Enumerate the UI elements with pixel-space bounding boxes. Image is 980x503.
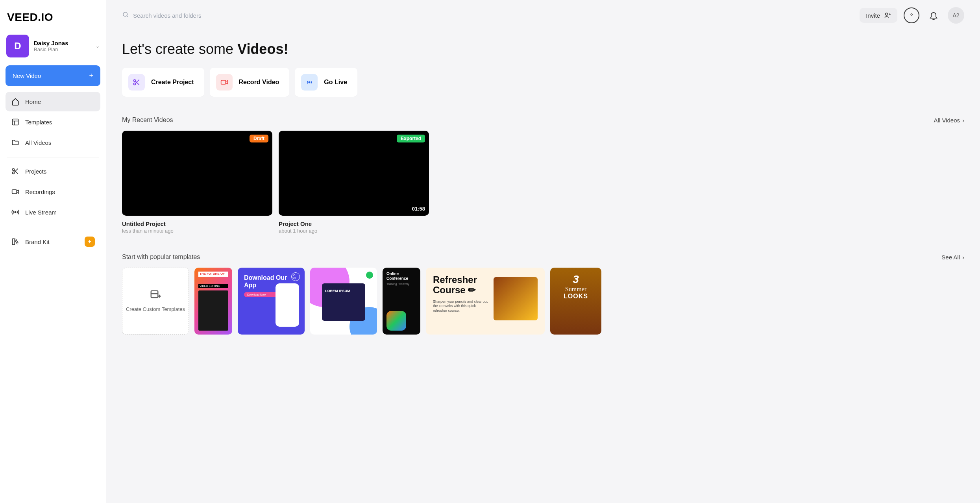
video-title: Untitled Project (122, 220, 272, 227)
notifications-button[interactable] (926, 7, 941, 23)
sidebar-item-brand-kit[interactable]: Brand Kit (6, 231, 100, 252)
bolt-icon (85, 237, 95, 247)
invite-button[interactable]: Invite (860, 8, 897, 23)
chevron-right-icon: › (962, 254, 964, 261)
spotify-icon (366, 272, 373, 279)
action-label: Go Live (324, 79, 347, 86)
question-icon (908, 12, 915, 18)
video-thumbnail: Exported 01:58 (279, 131, 429, 216)
recent-title: My Recent Videos (122, 117, 173, 124)
template-word: Summer (565, 286, 586, 293)
user-menu-avatar[interactable]: A2 (948, 7, 964, 24)
user-avatar: D (6, 35, 29, 57)
template-text: VIDEO EDITING (198, 284, 228, 288)
sidebar-item-home[interactable]: Home (6, 92, 100, 111)
recent-header: My Recent Videos All Videos › (122, 117, 964, 124)
template-word: LOOKS (564, 293, 588, 300)
sidebar-item-live-stream[interactable]: Live Stream (6, 202, 100, 222)
sidebar-item-all-videos[interactable]: All Videos (6, 133, 100, 152)
svg-rect-5 (13, 239, 15, 245)
svg-point-1 (13, 168, 15, 170)
brand-icon (11, 237, 20, 246)
chevron-down-icon: ⌄ (96, 43, 100, 49)
svg-point-11 (309, 81, 310, 83)
main-content: Invite A2 Let's create some Videos! Crea… (106, 0, 980, 503)
chevron-right-icon: › (962, 117, 964, 124)
decoration (386, 311, 406, 331)
nav-label: Live Stream (25, 209, 57, 216)
bell-icon (929, 11, 938, 20)
template-text-block: Refresher Course ✏ Sharpen your pencils … (433, 275, 488, 327)
record-video-card[interactable]: Record Video (210, 68, 290, 97)
template-card[interactable]: 3 Summer LOOKS (550, 268, 601, 335)
status-badge: Draft (250, 135, 268, 142)
svg-rect-3 (12, 190, 17, 194)
template-card[interactable]: Refresher Course ✏ Sharpen your pencils … (426, 268, 545, 335)
camera-icon (11, 187, 20, 196)
template-card[interactable]: LOREM IPSUM (310, 268, 377, 335)
video-card[interactable]: Exported 01:58 Project One about 1 hour … (279, 131, 429, 234)
nav-label: Projects (25, 168, 46, 175)
template-card[interactable]: THE FUTURE OF VIDEO EDITING (194, 268, 232, 335)
template-image (198, 290, 228, 331)
see-all-link[interactable]: See All › (941, 254, 964, 261)
video-card[interactable]: Draft Untitled Project less than a minut… (122, 131, 272, 234)
hero-bold: Videos! (237, 41, 288, 57)
template-subtitle: Thinking Positively (386, 283, 416, 285)
action-cards: Create Project Record Video Go Live (122, 68, 964, 97)
template-card[interactable]: Online Conference Thinking Positively (383, 268, 420, 335)
go-live-card[interactable]: Go Live (295, 68, 357, 97)
broadcast-icon (301, 74, 318, 91)
nav-label: Brand Kit (25, 239, 50, 245)
create-custom-template[interactable]: Create Custom Templates (122, 268, 189, 335)
topbar: Invite A2 (106, 0, 980, 29)
templates-row: Create Custom Templates THE FUTURE OF VI… (122, 268, 964, 335)
video-title: Project One (279, 220, 429, 227)
scissors-icon (128, 74, 145, 91)
all-videos-link[interactable]: All Videos › (934, 117, 964, 124)
logo-icon: LO GO (291, 272, 300, 281)
invite-label: Invite (866, 12, 880, 19)
phone-graphic (276, 283, 299, 327)
templates-title: Start with popular templates (122, 253, 200, 261)
custom-template-label: Create Custom Templates (126, 306, 185, 313)
svg-point-8 (134, 80, 136, 81)
svg-rect-0 (13, 119, 18, 125)
recent-videos-row: Draft Untitled Project less than a minut… (122, 131, 964, 234)
search-input[interactable] (133, 12, 290, 19)
logo[interactable]: VEED.IO (6, 8, 100, 33)
template-card[interactable]: LO GO Download Our App Download Now (238, 268, 305, 335)
user-plan: Basic Plan (34, 46, 68, 52)
video-meta: about 1 hour ago (279, 228, 429, 234)
action-label: Record Video (239, 79, 279, 86)
template-title: Online Conference (386, 272, 416, 281)
workspace-selector[interactable]: D Daisy Jonas Basic Plan ⌄ (6, 33, 100, 65)
sidebar: VEED.IO D Daisy Jonas Basic Plan ⌄ New V… (0, 0, 106, 503)
camera-icon (216, 74, 233, 91)
action-label: Create Project (151, 79, 194, 86)
search-icon (122, 11, 129, 20)
divider (7, 227, 99, 227)
template-add-icon (150, 289, 161, 301)
all-videos-label: All Videos (934, 117, 960, 124)
sidebar-item-templates[interactable]: Templates (6, 112, 100, 132)
user-info: Daisy Jonas Basic Plan (34, 40, 68, 52)
create-project-card[interactable]: Create Project (122, 68, 204, 97)
sidebar-item-recordings[interactable]: Recordings (6, 182, 100, 202)
folder-icon (11, 138, 20, 147)
svg-point-6 (123, 12, 128, 17)
new-video-button[interactable]: New Video + (6, 65, 100, 86)
page-title: Let's create some Videos! (122, 41, 964, 57)
template-text: LOREM IPSUM (325, 289, 350, 293)
broadcast-icon (11, 208, 20, 216)
svg-point-9 (134, 83, 136, 85)
plus-icon: + (89, 72, 93, 80)
template-inner-card: LOREM IPSUM (322, 283, 365, 321)
home-icon (11, 97, 20, 106)
content: Let's create some Videos! Create Project… (106, 29, 980, 346)
new-video-label: New Video (13, 72, 41, 79)
sidebar-item-projects[interactable]: Projects (6, 161, 100, 181)
template-body: Sharpen your pencils and clear out the c… (433, 300, 488, 313)
help-button[interactable] (904, 7, 919, 23)
nav-label: Recordings (25, 189, 55, 195)
